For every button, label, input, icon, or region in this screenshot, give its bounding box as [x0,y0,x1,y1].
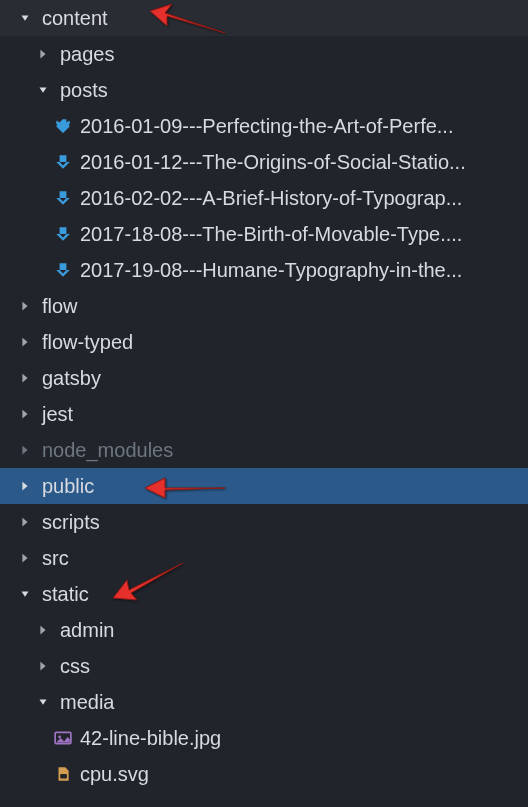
markdown-icon [54,153,72,171]
folder-gatsby[interactable]: gatsby [0,360,528,396]
folder-jest[interactable]: jest [0,396,528,432]
chevron-right-icon [18,299,32,313]
chevron-right-icon [18,479,32,493]
folder-label: static [32,583,528,606]
folder-label: flow-typed [32,331,528,354]
file-markdown[interactable]: 2017-18-08---The-Birth-of-Movable-Type..… [0,216,528,252]
folder-label: scripts [32,511,528,534]
file-label: cpu.svg [80,763,528,786]
file-markdown[interactable]: 2017-19-08---Humane-Typography-in-the... [0,252,528,288]
folder-label: admin [50,619,528,642]
folder-node-modules[interactable]: node_modules [0,432,528,468]
chevron-down-icon [18,11,32,25]
file-markdown[interactable]: 2016-01-12---The-Origins-of-Social-Stati… [0,144,528,180]
file-label: 2017-19-08---Humane-Typography-in-the... [80,259,528,282]
chevron-down-icon [36,83,50,97]
folder-label: content [32,7,528,30]
svg-icon [54,765,72,783]
folder-label: node_modules [32,439,528,462]
chevron-right-icon [18,335,32,349]
chevron-right-icon [36,623,50,637]
chevron-right-icon [36,659,50,673]
folder-label: gatsby [32,367,528,390]
folder-pages[interactable]: pages [0,36,528,72]
file-markdown[interactable]: 2016-02-02---A-Brief-History-of-Typograp… [0,180,528,216]
markdown-icon [54,117,72,135]
image-icon [54,729,72,747]
file-label: 42-line-bible.jpg [80,727,528,750]
chevron-right-icon [18,551,32,565]
chevron-right-icon [36,47,50,61]
folder-flow[interactable]: flow [0,288,528,324]
markdown-icon [54,225,72,243]
file-markdown[interactable]: 2016-01-09---Perfecting-the-Art-of-Perfe… [0,108,528,144]
folder-label: media [50,691,528,714]
chevron-right-icon [18,371,32,385]
chevron-right-icon [18,515,32,529]
folder-posts[interactable]: posts [0,72,528,108]
folder-label: posts [50,79,528,102]
folder-flow-typed[interactable]: flow-typed [0,324,528,360]
folder-label: public [32,475,528,498]
file-label: 2017-18-08---The-Birth-of-Movable-Type..… [80,223,528,246]
chevron-down-icon [36,695,50,709]
folder-css[interactable]: css [0,648,528,684]
folder-label: jest [32,403,528,426]
markdown-icon [54,261,72,279]
folder-scripts[interactable]: scripts [0,504,528,540]
folder-content[interactable]: content [0,0,528,36]
file-tree: content pages posts 2016-01-09---Perfect… [0,0,528,792]
file-label: 2016-01-09---Perfecting-the-Art-of-Perfe… [80,115,528,138]
folder-public[interactable]: public [0,468,528,504]
chevron-right-icon [18,407,32,421]
file-label: 2016-02-02---A-Brief-History-of-Typograp… [80,187,528,210]
folder-label: flow [32,295,528,318]
markdown-icon [54,189,72,207]
file-svg[interactable]: cpu.svg [0,756,528,792]
svg-rect-2 [60,774,67,779]
file-image[interactable]: 42-line-bible.jpg [0,720,528,756]
folder-static[interactable]: static [0,576,528,612]
folder-label: src [32,547,528,570]
file-label: 2016-01-12---The-Origins-of-Social-Stati… [80,151,528,174]
folder-media[interactable]: media [0,684,528,720]
chevron-right-icon [18,443,32,457]
chevron-down-icon [18,587,32,601]
folder-admin[interactable]: admin [0,612,528,648]
folder-label: css [50,655,528,678]
svg-point-1 [58,736,61,739]
folder-label: pages [50,43,528,66]
folder-src[interactable]: src [0,540,528,576]
